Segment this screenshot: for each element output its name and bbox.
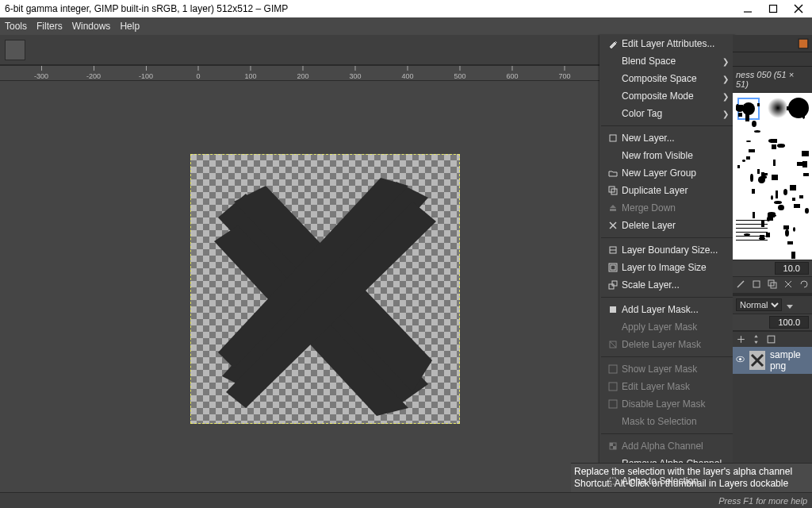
sel-icon [606, 476, 620, 486]
ruler-tick: 400 [401, 66, 413, 82]
ruler-tick: 0 [196, 66, 200, 82]
layer-row-active[interactable]: sample png [733, 347, 812, 374]
brushes-grid[interactable] [733, 93, 812, 260]
menu-windows[interactable]: Windows [72, 21, 111, 32]
svg-rect-22 [612, 281, 617, 286]
menu-separator [601, 125, 733, 126]
menu-item-add-layer-mask[interactable]: Add Layer Mask... [599, 301, 735, 318]
menubar: Tools Filters Windows Help [0, 17, 812, 35]
layer-content-x-brush [190, 154, 460, 424]
menu-item-scale-layer[interactable]: Scale Layer... [599, 276, 735, 294]
menu-item-delete-layer[interactable]: Delete Layer [599, 217, 735, 234]
menu-item-composite-mode[interactable]: Composite Mode❯ [599, 87, 735, 105]
brush-thumb-icon [776, 190, 778, 198]
menu-item-layer-to-image-size[interactable]: Layer to Image Size [599, 259, 735, 276]
menu-item-alpha-to-selection[interactable]: Alpha to Selection [599, 472, 735, 490]
layer-thumbnail[interactable] [749, 351, 765, 370]
menu-item-label: Delete Layer Mask [620, 339, 729, 350]
brush-thumb-icon [737, 165, 740, 168]
brush-size-value[interactable]: 10.0 [775, 262, 809, 275]
menu-separator [601, 237, 733, 238]
menu-item-new-from-visible[interactable]: New from Visible [599, 147, 735, 164]
ruler-tick: 600 [506, 66, 518, 82]
image-canvas[interactable] [190, 154, 460, 424]
menu-item-new-layer[interactable]: New Layer... [599, 129, 735, 147]
window-maximize-button[interactable] [768, 3, 779, 14]
svg-line-25 [610, 341, 616, 348]
layer-context-menu: Edit Layer Attributes...Blend Space❯Comp… [599, 35, 736, 489]
mask-icon [606, 305, 620, 314]
layers-lock-plus-icon[interactable] [736, 334, 746, 344]
scale-icon [606, 280, 620, 290]
layer-blend-mode-select[interactable]: Normal [736, 298, 782, 311]
brush-thumb-icon [742, 160, 745, 162]
menu-item-mask-to-selection: Mask to Selection [599, 413, 735, 430]
menu-item-duplicate-layer[interactable]: Duplicate Layer [599, 182, 735, 199]
svg-marker-39 [787, 305, 793, 309]
brush-palette-aux-icon[interactable] [798, 38, 809, 49]
brush-refresh-icon[interactable] [799, 279, 809, 291]
brush-edit-icon[interactable] [736, 279, 745, 291]
brush-thumb-icon [757, 103, 760, 106]
brush-thumb-icon [750, 174, 753, 182]
brush-thumb-icon [771, 139, 776, 143]
brush-thumb-icon [778, 205, 784, 211]
menu-item-delete-layer-mask: Delete Layer Mask [599, 336, 735, 353]
check-icon [606, 364, 620, 374]
menu-item-layer-boundary-size[interactable]: Layer Boundary Size... [599, 241, 735, 259]
svg-marker-13 [610, 205, 616, 208]
resize-icon [606, 245, 620, 255]
menu-item-blend-space[interactable]: Blend Space❯ [599, 52, 735, 70]
brush-thumb-icon [757, 169, 760, 174]
menu-item-label: Alpha to Selection [620, 475, 729, 487]
menu-item-composite-space[interactable]: Composite Space❯ [599, 70, 735, 87]
menu-separator [601, 297, 733, 298]
document-tab[interactable] [5, 40, 25, 60]
brush-thumb-icon [788, 98, 809, 118]
brush-thumb-icon [773, 160, 776, 166]
brush-thumb-icon [803, 173, 808, 177]
brush-thumb-icon [745, 114, 749, 121]
menu-item-label: New Layer... [620, 133, 729, 144]
canvas-area: -300-200-1000100200300400500600700800 [0, 35, 733, 492]
submenu-arrow-icon: ❯ [722, 92, 729, 101]
menu-item-color-tag[interactable]: Color Tag❯ [599, 105, 735, 122]
brush-thumb-icon [736, 228, 768, 229]
window-close-button[interactable] [793, 3, 804, 14]
svg-rect-34 [753, 281, 760, 287]
menu-item-new-layer-group[interactable]: New Layer Group [599, 164, 735, 182]
new-icon [606, 133, 620, 143]
menu-separator [601, 356, 733, 357]
layers-lock-move-icon[interactable] [751, 334, 761, 344]
brush-thumb-icon [736, 220, 768, 221]
menu-help[interactable]: Help [120, 21, 140, 32]
layer-visibility-eye-icon[interactable] [736, 355, 745, 366]
layer-opacity-value[interactable]: 100.0 [769, 316, 809, 329]
brush-delete-icon[interactable] [783, 279, 793, 291]
brush-thumb-icon [752, 121, 756, 127]
brush-new-icon[interactable] [752, 279, 761, 291]
ruler-tick: 200 [297, 66, 308, 82]
brush-thumb-icon [793, 227, 795, 232]
menu-item-edit-layer-attributes[interactable]: Edit Layer Attributes... [599, 35, 735, 52]
brush-thumb-icon [791, 252, 795, 259]
menu-item-label: Scale Layer... [620, 279, 729, 291]
menu-filters[interactable]: Filters [36, 21, 63, 32]
menu-item-label: Layer to Image Size [620, 262, 729, 273]
menu-item-label: Apply Layer Mask [620, 321, 729, 333]
ruler-tick: 300 [349, 66, 361, 82]
layers-lock-alpha-icon[interactable] [766, 334, 776, 344]
menu-tools[interactable]: Tools [5, 21, 27, 32]
brush-duplicate-icon[interactable] [768, 279, 777, 291]
folder-icon [606, 168, 620, 178]
menu-item-label: Blend Space [620, 56, 722, 67]
brush-thumb-icon [799, 195, 803, 198]
window-minimize-button[interactable] [742, 3, 753, 14]
merge-icon [606, 203, 620, 213]
svg-rect-20 [611, 265, 615, 270]
svg-point-46 [739, 358, 741, 360]
brush-thumb-icon [738, 113, 741, 117]
brush-thumb-icon [752, 189, 755, 194]
window-titlebar: 6-bit gamma integer, GIMP built-in sRGB,… [0, 0, 812, 17]
svg-rect-1 [770, 6, 777, 13]
